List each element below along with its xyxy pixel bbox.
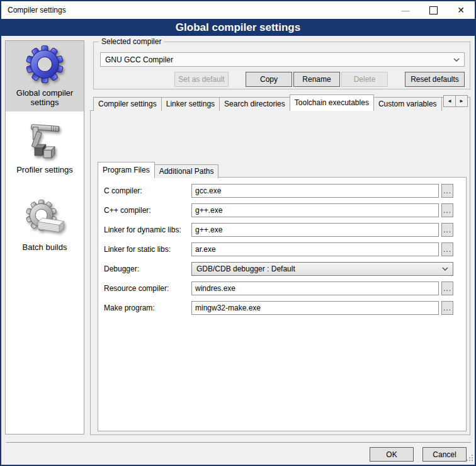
program-tabs: Program Files Additional Paths [98, 163, 218, 178]
title-bar: Compiler settings — ✕ [1, 1, 475, 19]
resource-compiler-input[interactable] [191, 281, 439, 295]
caliper-icon [6, 121, 84, 161]
settings-category-list: Global compiler settings [5, 40, 84, 435]
tab-program-files[interactable]: Program Files [98, 162, 155, 178]
cpp-compiler-row: C++ compiler: ... [104, 203, 460, 217]
gray-gear-stack-icon [6, 198, 84, 239]
make-program-input[interactable] [191, 301, 439, 315]
close-icon: ✕ [457, 5, 465, 15]
copy-button[interactable]: Copy [246, 72, 292, 87]
dynamic-linker-row: Linker for dynamic libs: ... [104, 223, 460, 237]
resize-grip-icon[interactable] [467, 454, 473, 463]
tab-scroll-buttons: ◄ ► [444, 95, 468, 107]
tab-additional-paths[interactable]: Additional Paths [154, 164, 219, 178]
ok-button[interactable]: OK [370, 447, 414, 462]
page-title: Global compiler settings [1, 19, 475, 36]
browse-static-linker-button[interactable]: ... [441, 242, 453, 256]
selected-compiler-group: Selected compiler GNU GCC Compiler Set a… [93, 42, 470, 89]
maximize-button[interactable] [419, 1, 447, 19]
program-files-panel: C compiler: ... C++ compiler: ... Linker… [98, 177, 467, 431]
static-linker-input[interactable] [191, 242, 439, 256]
chevron-down-icon [442, 267, 448, 271]
footer-divider [6, 442, 471, 443]
c-compiler-row: C compiler: ... [104, 184, 460, 198]
browse-cpp-compiler-button[interactable]: ... [441, 203, 453, 217]
tab-linker-settings[interactable]: Linker settings [161, 97, 220, 111]
tab-toolchain-executables[interactable]: Toolchain executables [290, 94, 374, 111]
set-as-default-button[interactable]: Set as default [174, 72, 229, 87]
sidebar-item-batch-builds[interactable]: Batch builds [6, 195, 84, 256]
settings-tabs: Compiler settings Linker settings Search… [93, 94, 470, 111]
tab-compiler-settings[interactable]: Compiler settings [93, 97, 162, 111]
browse-make-program-button[interactable]: ... [441, 301, 453, 315]
sidebar-item-global-compiler-settings[interactable]: Global compiler settings [6, 41, 84, 111]
field-label: C compiler: [104, 186, 191, 195]
field-label: Resource compiler: [104, 284, 191, 293]
chevron-down-icon [453, 58, 460, 62]
sidebar-item-label: Global compiler settings [6, 88, 84, 107]
dynamic-linker-input[interactable] [191, 223, 439, 237]
resource-compiler-row: Resource compiler: ... [104, 281, 460, 295]
browse-dynamic-linker-button[interactable]: ... [441, 223, 453, 237]
field-label: Linker for dynamic libs: [104, 225, 191, 234]
compiler-action-buttons: Set as default Copy Rename Delete Reset … [100, 72, 465, 87]
maximize-icon [429, 6, 438, 14]
arrow-right-icon: ► [459, 98, 464, 104]
c-compiler-input[interactable] [191, 184, 439, 198]
field-label: C++ compiler: [104, 206, 191, 215]
cancel-button[interactable]: Cancel [422, 447, 467, 462]
tab-search-directories[interactable]: Search directories [219, 97, 290, 111]
compiler-select[interactable]: GNU GCC Compiler [100, 52, 465, 67]
window-title: Compiler settings [1, 6, 66, 14]
make-program-row: Make program: ... [104, 301, 460, 315]
compiler-settings-dialog: Compiler settings — ✕ Global compiler se… [0, 0, 476, 466]
debugger-row: Debugger: GDB/CDB debugger : Default [104, 262, 460, 276]
field-label: Linker for static libs: [104, 245, 191, 254]
compiler-select-value: GNU GCC Compiler [105, 55, 173, 64]
group-label: Selected compiler [99, 37, 164, 46]
tab-scroll-right-button[interactable]: ► [455, 95, 468, 107]
arrow-left-icon: ◄ [447, 98, 452, 104]
debugger-select-value: GDB/CDB debugger : Default [196, 264, 295, 273]
cpp-compiler-input[interactable] [191, 203, 439, 217]
browse-resource-compiler-button[interactable]: ... [441, 281, 453, 295]
sidebar-item-profiler-settings[interactable]: Profiler settings [6, 118, 84, 179]
close-button[interactable]: ✕ [447, 1, 475, 19]
sidebar-item-label: Batch builds [6, 242, 84, 252]
tab-custom-variables[interactable]: Custom variables [373, 97, 442, 111]
minimize-icon: — [402, 6, 410, 15]
tab-scroll-left-button[interactable]: ◄ [443, 95, 456, 107]
field-label: Debugger: [104, 264, 191, 273]
rename-button[interactable]: Rename [293, 72, 340, 87]
field-label: Make program: [104, 304, 191, 312]
static-linker-row: Linker for static libs: ... [104, 242, 460, 256]
minimize-button[interactable]: — [392, 1, 419, 19]
reset-defaults-button[interactable]: Reset defaults [405, 72, 465, 87]
browse-c-compiler-button[interactable]: ... [441, 184, 453, 198]
sidebar-item-label: Profiler settings [6, 165, 84, 174]
window-controls: — ✕ [392, 1, 475, 19]
blue-gear-icon [6, 44, 84, 84]
debugger-select[interactable]: GDB/CDB debugger : Default [191, 262, 453, 276]
delete-button[interactable]: Delete [341, 72, 388, 87]
